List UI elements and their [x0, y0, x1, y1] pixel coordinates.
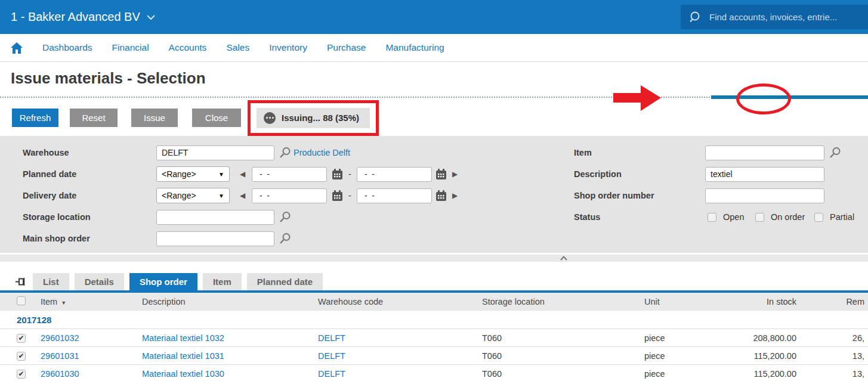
- table-row: ✔ 29601030 Materiaal textiel 1030 DELFT …: [0, 364, 868, 381]
- tab-shop-order-label: Shop order: [140, 277, 187, 287]
- title-separator: [0, 97, 710, 98]
- nav-item-accounts[interactable]: Accounts: [169, 42, 207, 53]
- chevron-up-icon: [560, 256, 568, 261]
- col-remaining[interactable]: Rem: [802, 297, 868, 306]
- issuing-progress: Issuing... 88 (35%): [257, 108, 370, 128]
- tab-planned-date[interactable]: Planned date: [247, 273, 323, 290]
- group-header-row[interactable]: 2017128: [0, 311, 868, 329]
- col-warehouse-code[interactable]: Warehouse code: [310, 297, 474, 306]
- main-shop-order-search-icon[interactable]: [279, 233, 291, 244]
- description-link[interactable]: Materiaal textiel 1031: [134, 351, 310, 361]
- issuing-status-text: Issuing... 88 (35%): [282, 113, 359, 123]
- status-open-checkbox[interactable]: [708, 213, 716, 222]
- filter-panel: Warehouse Productie Delft Planned date <…: [0, 136, 868, 253]
- nav-item-sales[interactable]: Sales: [226, 42, 249, 53]
- table-row: ✔ 29601032 Materiaal textiel 1032 DELFT …: [0, 329, 868, 346]
- row-checkbox[interactable]: ✔: [17, 370, 26, 379]
- filter-collapse-bar[interactable]: [0, 255, 868, 262]
- search-input[interactable]: [709, 12, 858, 22]
- select-all-checkbox[interactable]: [17, 296, 26, 305]
- status-label: Status: [574, 212, 600, 222]
- tab-shop-order[interactable]: Shop order: [129, 273, 197, 290]
- tab-item-label: Item: [213, 277, 231, 287]
- materials-table: Item▼ Description Warehouse code Storage…: [0, 293, 868, 381]
- nav-item-purchase[interactable]: Purchase: [327, 42, 366, 53]
- main-nav: Dashboards Financial Accounts Sales Inve…: [0, 34, 868, 62]
- top-bar: 1 - Bakker Advanced BV: [0, 0, 868, 34]
- item-link[interactable]: 29601032: [33, 333, 134, 343]
- issue-materials-page: 1 - Bakker Advanced BV Dashboards Financ…: [0, 0, 868, 381]
- tab-item[interactable]: Item: [203, 273, 242, 290]
- tab-details[interactable]: Details: [75, 273, 124, 290]
- table-row: ✔ 29601031 Materiaal textiel 1031 DELFT …: [0, 346, 868, 364]
- description-link[interactable]: Materiaal textiel 1030: [134, 369, 310, 379]
- table-header-row: Item▼ Description Warehouse code Storage…: [0, 293, 868, 311]
- in-stock-cell: 208,800.00: [723, 333, 802, 343]
- item-input[interactable]: [705, 145, 824, 160]
- storage-cell: T060: [474, 351, 637, 361]
- unit-cell: piece: [637, 351, 723, 361]
- tab-list-label: List: [43, 277, 59, 287]
- remaining-cell: 13,: [802, 369, 868, 379]
- col-in-stock[interactable]: In stock: [723, 297, 802, 306]
- chevron-down-icon: [146, 14, 156, 20]
- annotation-box: Issuing... 88 (35%): [248, 100, 379, 136]
- row-checkbox[interactable]: ✔: [17, 334, 26, 343]
- storage-cell: T060: [474, 369, 637, 379]
- shop-order-number-label: Shop order number: [574, 191, 654, 200]
- issue-button[interactable]: Issue: [131, 109, 178, 127]
- in-stock-cell: 115,200.00: [723, 351, 802, 361]
- row-checkbox[interactable]: ✔: [17, 352, 26, 361]
- home-icon[interactable]: [11, 42, 23, 54]
- description-label: Description: [574, 169, 622, 179]
- refresh-button[interactable]: Refresh: [12, 109, 58, 127]
- col-storage-location[interactable]: Storage location: [474, 297, 637, 306]
- busy-spinner-icon: [264, 112, 276, 124]
- status-on-order-label: On order: [771, 212, 805, 222]
- tab-planned-date-label: Planned date: [257, 277, 313, 287]
- col-description[interactable]: Description: [134, 297, 310, 306]
- nav-item-financial[interactable]: Financial: [112, 42, 149, 53]
- tab-details-label: Details: [85, 277, 114, 287]
- nav-item-inventory[interactable]: Inventory: [269, 42, 307, 53]
- col-unit[interactable]: Unit: [637, 297, 723, 306]
- col-item[interactable]: Item▼: [33, 297, 134, 306]
- unit-cell: piece: [637, 333, 723, 343]
- shop-order-number-input[interactable]: [705, 188, 824, 203]
- item-link[interactable]: 29601031: [33, 351, 134, 361]
- description-input[interactable]: [705, 167, 824, 182]
- annotation-ellipse: [736, 83, 791, 114]
- warehouse-link[interactable]: DELFT: [310, 351, 474, 361]
- remaining-cell: 13,: [802, 351, 868, 361]
- status-partial-label: Partial: [830, 212, 854, 222]
- description-link[interactable]: Materiaal textiel 1032: [134, 333, 310, 343]
- annotation-arrow-icon: [613, 85, 661, 111]
- main-shop-order-input[interactable]: [156, 231, 274, 246]
- close-button[interactable]: Close: [192, 109, 241, 127]
- search-icon: [689, 11, 702, 24]
- item-link[interactable]: 29601030: [33, 369, 134, 379]
- tab-list[interactable]: List: [33, 273, 69, 290]
- in-stock-cell: 115,200.00: [723, 369, 802, 379]
- warehouse-link[interactable]: DELFT: [310, 369, 474, 379]
- reset-button[interactable]: Reset: [70, 109, 118, 127]
- nav-item-dashboards[interactable]: Dashboards: [42, 42, 92, 53]
- status-partial-checkbox[interactable]: [814, 213, 823, 222]
- remaining-cell: 26,: [802, 333, 868, 343]
- unit-cell: piece: [637, 369, 723, 379]
- status-open-label: Open: [723, 212, 744, 222]
- storage-cell: T060: [474, 333, 637, 343]
- item-label: Item: [574, 148, 592, 157]
- page-title: Issue materials - Selection: [11, 69, 206, 88]
- sort-desc-icon: ▼: [61, 300, 66, 306]
- warehouse-link[interactable]: DELFT: [310, 333, 474, 343]
- view-tabs: List Details Shop order Item Planned dat…: [0, 273, 868, 290]
- item-search-icon[interactable]: [829, 147, 841, 159]
- nav-item-manufacturing[interactable]: Manufacturing: [385, 42, 444, 53]
- main-shop-order-label: Main shop order: [23, 234, 90, 243]
- status-on-order-checkbox[interactable]: [755, 213, 764, 222]
- pin-icon[interactable]: [16, 277, 26, 287]
- company-name: 1 - Bakker Advanced BV: [11, 10, 140, 24]
- global-search: [681, 5, 868, 29]
- company-selector[interactable]: 1 - Bakker Advanced BV: [11, 10, 156, 24]
